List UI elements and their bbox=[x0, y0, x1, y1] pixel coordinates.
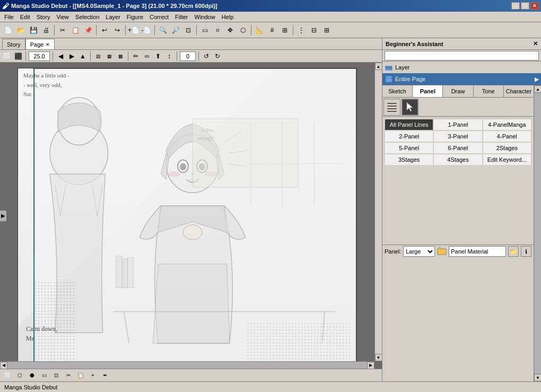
tab-sel2[interactable]: ▦ bbox=[104, 51, 114, 61]
tab-tool3[interactable]: ⬆ bbox=[153, 51, 163, 61]
undo-button[interactable]: ↩ bbox=[99, 24, 110, 36]
bt-btn8[interactable]: + bbox=[88, 370, 98, 381]
page-tab-close[interactable]: ✕ bbox=[46, 42, 50, 47]
menu-selection[interactable]: Selection bbox=[72, 13, 102, 21]
scroll-right-button[interactable]: ▶ bbox=[367, 362, 374, 369]
tab-sel3[interactable]: ▩ bbox=[116, 51, 125, 61]
tab-character[interactable]: Character bbox=[504, 85, 534, 97]
menu-filter[interactable]: Filter bbox=[172, 13, 191, 21]
page-tab[interactable]: Page ✕ bbox=[25, 39, 55, 49]
panel-4-panel[interactable]: 4-Panel bbox=[483, 130, 531, 142]
zoom-in-button[interactable]: 🔍 bbox=[157, 24, 169, 36]
paste-button[interactable]: 📌 bbox=[82, 24, 94, 36]
tab-sketch[interactable]: Sketch bbox=[382, 85, 413, 97]
menu-help[interactable]: Help bbox=[219, 13, 237, 21]
panel-1-panel[interactable]: 1-Panel bbox=[433, 119, 482, 130]
story-tab[interactable]: Story bbox=[2, 39, 25, 49]
tab-draw[interactable]: Draw bbox=[443, 85, 473, 97]
menu-figure[interactable]: Figure bbox=[124, 13, 146, 21]
layer-row-layer[interactable]: Layer bbox=[382, 62, 541, 73]
right-side-scrollbar[interactable]: ▲ ▼ bbox=[534, 85, 541, 381]
left-nav-arrow[interactable]: ▶ bbox=[0, 211, 6, 221]
grid-button[interactable]: # bbox=[266, 24, 278, 36]
vertical-scrollbar[interactable]: ▲ ▼ bbox=[374, 63, 382, 361]
tab-rotate1[interactable]: ↺ bbox=[202, 51, 211, 61]
scroll-up-button[interactable]: ▲ bbox=[375, 63, 382, 70]
delete-page-button[interactable]: -📄 bbox=[141, 24, 152, 36]
tab-panel[interactable]: Panel bbox=[413, 85, 443, 97]
menu-file[interactable]: File bbox=[1, 13, 17, 21]
new-button[interactable]: 📄 bbox=[2, 24, 14, 36]
print-button[interactable]: 🖨 bbox=[40, 24, 52, 36]
bt-btn4[interactable]: ▭ bbox=[39, 370, 49, 381]
panel-info-button[interactable]: ℹ bbox=[521, 246, 531, 257]
panel-cursor-icon[interactable] bbox=[402, 99, 418, 116]
zoom-input[interactable] bbox=[29, 51, 50, 61]
right-scroll-down[interactable]: ▼ bbox=[534, 374, 541, 381]
horizontal-scrollbar[interactable]: ◀ ▶ bbox=[0, 361, 374, 369]
panel-3-stages[interactable]: 3Stages bbox=[385, 154, 433, 165]
menu-layer[interactable]: Layer bbox=[102, 13, 124, 21]
tab-tool4[interactable]: ↕ bbox=[164, 51, 174, 61]
title-bar-controls[interactable]: ─ □ ✕ bbox=[511, 2, 539, 10]
close-button[interactable]: ✕ bbox=[530, 2, 539, 10]
panel-edit-keyword[interactable]: Edit Keyword... bbox=[483, 154, 531, 165]
scroll-left-button[interactable]: ◀ bbox=[0, 362, 7, 369]
extra-btn3[interactable]: ⊞ bbox=[321, 24, 333, 36]
bt-btn1[interactable]: ⬜ bbox=[2, 370, 13, 381]
menu-edit[interactable]: Edit bbox=[17, 13, 33, 21]
move-button[interactable]: ✥ bbox=[224, 24, 236, 36]
tab-rotate2[interactable]: ↻ bbox=[213, 51, 222, 61]
add-page-button[interactable]: +📄 bbox=[128, 24, 139, 36]
zoom-out-button[interactable]: 🔎 bbox=[170, 24, 181, 36]
scroll-down-button[interactable]: ▼ bbox=[375, 354, 382, 361]
bt-btn6[interactable]: ✂ bbox=[63, 370, 74, 381]
tab-nav-left[interactable]: ◀ bbox=[56, 51, 65, 61]
maximize-button[interactable]: □ bbox=[521, 2, 529, 10]
tab-tb-icon2[interactable]: ⬛ bbox=[13, 51, 23, 61]
extra-btn1[interactable]: ⋮ bbox=[295, 24, 307, 36]
panel-4-manga[interactable]: 4-PanelManga bbox=[483, 119, 531, 130]
copy-button[interactable]: 📋 bbox=[69, 24, 81, 36]
bt-btn5[interactable]: ⊡ bbox=[51, 370, 62, 381]
menu-view[interactable]: View bbox=[53, 13, 72, 21]
zoom-fit-button[interactable]: ⊡ bbox=[182, 24, 194, 36]
panel-5-panel[interactable]: 5-Panel bbox=[385, 142, 433, 154]
panel-2-stages[interactable]: 2Stages bbox=[483, 142, 531, 154]
extra-btn2[interactable]: ⊟ bbox=[308, 24, 320, 36]
panel-all-lines[interactable]: All Panel Lines bbox=[385, 119, 433, 130]
snap-button[interactable]: ⊞ bbox=[279, 24, 291, 36]
bt-btn2[interactable]: ⬡ bbox=[14, 370, 25, 381]
lasso-button[interactable]: ⌗ bbox=[212, 24, 223, 36]
assistant-search-input[interactable] bbox=[385, 51, 539, 60]
tab-nav-right[interactable]: ▶ bbox=[67, 51, 76, 61]
tab-tone[interactable]: Tone bbox=[474, 85, 504, 97]
panel-4-stages[interactable]: 4Stages bbox=[433, 154, 482, 165]
panel-browse-button[interactable]: 📁 bbox=[508, 246, 519, 257]
minimize-button[interactable]: ─ bbox=[511, 2, 520, 10]
rotate-input[interactable] bbox=[180, 51, 196, 61]
bt-btn9[interactable]: ✒ bbox=[100, 370, 110, 381]
transform-button[interactable]: ⬡ bbox=[237, 24, 249, 36]
menu-window[interactable]: Window bbox=[191, 13, 219, 21]
save-button[interactable]: 💾 bbox=[28, 24, 39, 36]
select-button[interactable]: ▭ bbox=[199, 24, 211, 36]
assistant-close-button[interactable]: ✕ bbox=[533, 40, 538, 47]
panel-lines-icon[interactable] bbox=[383, 99, 400, 116]
right-scroll-up[interactable]: ▲ bbox=[534, 85, 541, 93]
menu-correct[interactable]: Correct bbox=[146, 13, 172, 21]
panel-2-panel[interactable]: 2-Panel bbox=[385, 130, 433, 142]
ruler-button[interactable]: 📐 bbox=[254, 24, 265, 36]
bt-btn7[interactable]: 📋 bbox=[75, 370, 86, 381]
redo-button[interactable]: ↪ bbox=[111, 24, 123, 36]
panel-6-panel[interactable]: 6-Panel bbox=[433, 142, 482, 154]
layer-row-entire-page[interactable]: Entire Page ▶ bbox=[382, 73, 541, 85]
panel-3-panel[interactable]: 3-Panel bbox=[433, 130, 482, 142]
menu-story[interactable]: Story bbox=[33, 13, 54, 21]
tab-tool1[interactable]: ✏ bbox=[131, 51, 141, 61]
panel-size-select[interactable]: Large Medium Small bbox=[403, 246, 435, 257]
tab-tool2[interactable]: ⬄ bbox=[142, 51, 152, 61]
tab-sel1[interactable]: ▤ bbox=[93, 51, 103, 61]
cut-button[interactable]: ✂ bbox=[57, 24, 68, 36]
tab-nav-up[interactable]: ▲ bbox=[78, 51, 88, 61]
